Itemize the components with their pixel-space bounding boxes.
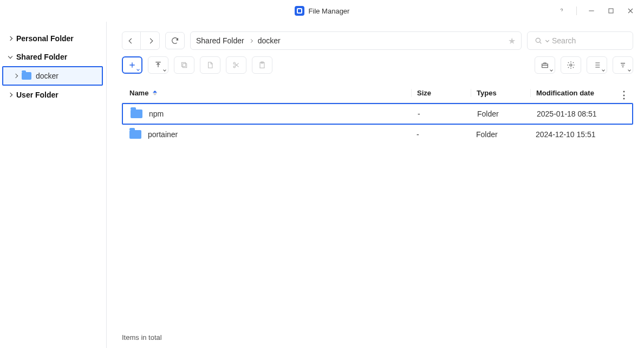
file-date: 2024-12-10 15:51 (536, 130, 596, 139)
breadcrumb[interactable]: Shared Folder docker ★ (190, 31, 522, 50)
svg-point-5 (233, 62, 235, 64)
maximize-button[interactable] (606, 6, 616, 16)
view-list-button[interactable] (587, 56, 607, 74)
folder-icon (129, 130, 141, 139)
chevron-down-icon (602, 68, 605, 72)
file-name: portainer (148, 130, 178, 139)
nav-buttons (122, 31, 160, 50)
folder-icon (131, 109, 142, 118)
scissors-icon (232, 61, 240, 69)
toolbox-button[interactable] (535, 56, 555, 74)
sort-indicator-icon (153, 91, 157, 95)
minimize-icon (587, 7, 596, 15)
chevron-right-icon (147, 38, 153, 43)
chevron-down-icon (628, 68, 631, 72)
column-label: Size (417, 89, 431, 97)
close-icon (626, 7, 635, 15)
paste-button[interactable] (252, 56, 272, 74)
titlebar: File Manager (0, 0, 644, 22)
svg-rect-0 (609, 9, 613, 13)
chevron-left-icon (129, 38, 134, 43)
column-name[interactable]: Name (129, 89, 411, 97)
file-name: npm (149, 109, 164, 118)
column-date[interactable]: Modification date (530, 89, 626, 97)
back-button[interactable] (122, 32, 141, 49)
upload-button[interactable] (148, 56, 168, 74)
column-label: Types (477, 89, 497, 97)
chevron-down-icon (545, 38, 549, 42)
column-type[interactable]: Types (471, 89, 530, 97)
maximize-icon (607, 7, 615, 15)
search-input[interactable]: Search (527, 31, 633, 50)
cut-button[interactable] (226, 56, 246, 74)
chevron-right-icon (249, 38, 253, 42)
sort-icon (619, 61, 627, 69)
actions-toolbar (122, 56, 633, 74)
column-label: Name (129, 89, 148, 97)
file-type: Folder (476, 130, 498, 139)
refresh-button[interactable] (165, 32, 185, 49)
sidebar-item-personal[interactable]: Personal Folder (0, 29, 106, 48)
upload-icon (154, 61, 162, 69)
file-size: - (417, 130, 419, 139)
move-button[interactable] (200, 56, 220, 74)
list-icon (593, 61, 601, 69)
copy-icon (180, 61, 188, 69)
help-button[interactable] (557, 6, 567, 16)
help-icon (557, 7, 566, 15)
top-toolbar: Shared Folder docker ★ Search (122, 31, 633, 50)
svg-point-1 (536, 38, 540, 42)
copy-button[interactable] (174, 56, 194, 74)
forward-button[interactable] (141, 32, 159, 49)
refresh-icon (171, 36, 179, 45)
sidebar-subitem-label: docker (36, 72, 58, 80)
sidebar-subitem-docker[interactable]: docker (2, 66, 103, 86)
table-row[interactable]: npm - Folder 2025-01-18 08:51 (122, 103, 633, 125)
chevron-right-icon (14, 74, 18, 78)
app-icon (295, 6, 304, 16)
new-button[interactable] (122, 56, 142, 74)
column-options-button[interactable]: ⋮ (619, 89, 629, 101)
chevron-down-icon (136, 68, 140, 71)
svg-point-4 (233, 66, 235, 68)
column-size[interactable]: Size (411, 89, 471, 97)
separator (576, 7, 577, 15)
table-row[interactable]: portainer - Folder 2024-12-10 15:51 (122, 125, 633, 144)
file-size: - (418, 109, 420, 118)
favorite-button[interactable]: ★ (508, 36, 516, 46)
chevron-right-icon (8, 36, 12, 41)
svg-rect-2 (183, 63, 186, 67)
sort-button[interactable] (613, 56, 633, 74)
file-table: Name Size Types Modification date ⋮ npm … (122, 83, 633, 144)
settings-button[interactable] (561, 56, 581, 74)
chevron-down-icon (8, 54, 12, 58)
sidebar-item-label: Personal Folder (16, 34, 74, 43)
file-type: Folder (477, 109, 499, 118)
sidebar-item-user[interactable]: User Folder (0, 86, 106, 104)
sidebar-item-label: Shared Folder (16, 53, 67, 61)
search-icon (534, 36, 543, 45)
svg-rect-8 (542, 64, 548, 68)
window-controls (557, 6, 635, 16)
gear-icon (567, 61, 575, 69)
minimize-button[interactable] (587, 6, 596, 16)
chevron-right-icon (8, 93, 12, 97)
column-label: Modification date (536, 89, 594, 97)
folder-icon (22, 72, 31, 80)
chevron-down-icon (550, 68, 553, 72)
table-header: Name Size Types Modification date ⋮ (122, 83, 633, 103)
file-arrow-icon (206, 61, 214, 69)
paste-icon (258, 61, 266, 69)
chevron-down-icon (163, 68, 166, 72)
breadcrumb-parent[interactable]: Shared Folder (196, 36, 244, 45)
sidebar-item-label: User Folder (16, 91, 58, 99)
svg-point-9 (570, 64, 572, 66)
status-text: Items in total (122, 333, 162, 341)
status-bar: Items in total (122, 333, 162, 341)
sidebar-item-shared[interactable]: Shared Folder (0, 48, 106, 66)
close-button[interactable] (626, 6, 635, 16)
file-date: 2025-01-18 08:51 (537, 109, 597, 118)
plus-icon (128, 61, 136, 69)
app-title: File Manager (309, 7, 350, 15)
search-placeholder: Search (552, 36, 576, 45)
